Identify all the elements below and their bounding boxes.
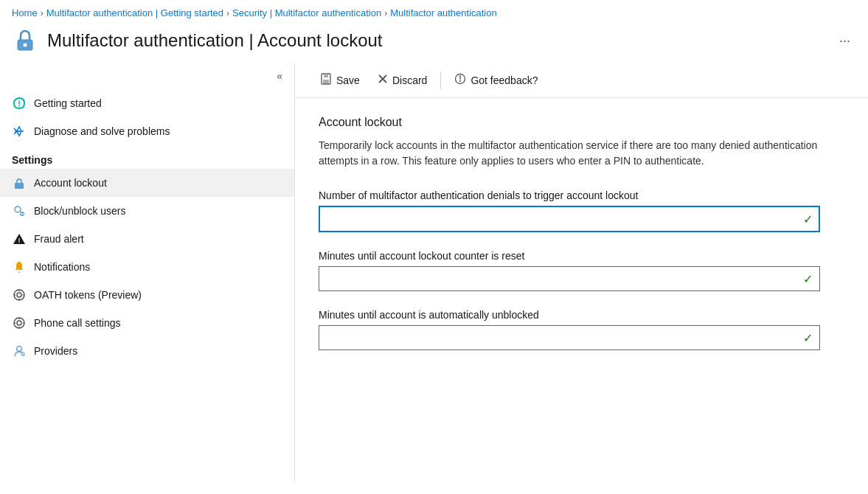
more-options-button[interactable]: ··· — [833, 30, 856, 52]
field-unblock-wrapper: ✓ — [319, 325, 820, 350]
sidebar-item-getting-started[interactable]: Getting started — [0, 89, 294, 117]
content-description: Temporarily lock accounts in the multifa… — [319, 138, 820, 169]
toolbar-divider — [440, 72, 441, 89]
discard-button[interactable]: Discard — [370, 69, 434, 91]
sidebar-item-account-lockout[interactable]: Account lockout — [0, 169, 294, 197]
svg-point-15 — [17, 321, 21, 325]
svg-point-14 — [14, 318, 24, 328]
sidebar-label-providers: Providers — [34, 345, 77, 357]
save-icon — [320, 73, 332, 87]
diagnose-icon — [12, 124, 27, 139]
block-unblock-icon — [12, 203, 27, 218]
discard-icon — [378, 74, 388, 86]
field-denials: Number of multifactor authentication den… — [319, 189, 820, 232]
sidebar-label-getting-started: Getting started — [34, 97, 102, 109]
sidebar-item-notifications[interactable]: Notifications — [0, 253, 294, 281]
field-reset-input[interactable] — [319, 266, 820, 291]
svg-rect-25 — [324, 74, 328, 77]
sidebar-section-settings: Settings — [0, 145, 294, 169]
oath-tokens-icon — [12, 288, 27, 302]
collapse-button[interactable]: « — [274, 69, 285, 83]
breadcrumb-sep-3: › — [384, 8, 387, 18]
sidebar-label-account-lockout: Account lockout — [34, 177, 107, 189]
sidebar-label-notifications: Notifications — [34, 261, 90, 273]
breadcrumb-mfa[interactable]: Multifactor authentication — [390, 7, 497, 18]
feedback-icon — [454, 73, 466, 87]
notifications-icon — [12, 260, 27, 274]
svg-point-3 — [15, 206, 21, 212]
field-reset-counter: Minutes until account lockout counter is… — [319, 250, 820, 291]
sidebar-item-fraud-alert[interactable]: ! Fraud alert — [0, 225, 294, 253]
field-unblock: Minutes until account is automatically u… — [319, 309, 820, 350]
sidebar-item-oath-tokens[interactable]: OATH tokens (Preview) — [0, 281, 294, 309]
main-layout: « Getting started Diagnose and solve pro… — [0, 63, 868, 483]
sidebar-label-oath-tokens: OATH tokens (Preview) — [34, 289, 142, 301]
svg-point-8 — [14, 290, 24, 300]
sidebar-label-diagnose: Diagnose and solve problems — [34, 125, 170, 137]
account-lockout-icon — [12, 175, 27, 190]
page-icon — [12, 27, 38, 54]
save-label: Save — [336, 74, 360, 86]
content-area: Account lockout Temporarily lock account… — [295, 98, 868, 483]
svg-text:!: ! — [18, 237, 21, 244]
main-content: Save Discard Got feedback? Account locko… — [295, 63, 868, 483]
sidebar-item-diagnose[interactable]: Diagnose and solve problems — [0, 117, 294, 145]
svg-rect-2 — [15, 183, 24, 189]
fraud-alert-icon: ! — [12, 232, 27, 246]
feedback-button[interactable]: Got feedback? — [447, 69, 545, 91]
field-unblock-check-icon: ✓ — [803, 331, 813, 345]
breadcrumb-sep-2: › — [226, 8, 229, 18]
providers-icon — [12, 344, 27, 358]
field-unblock-input[interactable] — [319, 325, 820, 350]
sidebar-label-phone-call: Phone call settings — [34, 317, 121, 329]
breadcrumb-sep-1: › — [41, 8, 44, 18]
save-button[interactable]: Save — [313, 69, 367, 91]
content-section-title: Account lockout — [319, 116, 844, 129]
breadcrumb-getting-started[interactable]: Multifactor authentication | Getting sta… — [46, 7, 223, 18]
field-reset-wrapper: ✓ — [319, 266, 820, 291]
feedback-label: Got feedback? — [471, 74, 538, 86]
sidebar-item-block-unblock[interactable]: Block/unblock users — [0, 197, 294, 225]
phone-call-settings-icon — [12, 316, 27, 330]
field-denials-input[interactable] — [319, 206, 820, 232]
discard-label: Discard — [392, 74, 427, 86]
field-denials-wrapper: ✓ — [319, 206, 820, 232]
breadcrumb-home[interactable]: Home — [12, 7, 38, 18]
sidebar-label-block-unblock: Block/unblock users — [34, 205, 126, 217]
sidebar-item-providers[interactable]: Providers — [0, 337, 294, 365]
breadcrumb-security[interactable]: Security | Multifactor authentication — [232, 7, 381, 18]
field-unblock-label: Minutes until account is automatically u… — [319, 309, 820, 321]
field-denials-check-icon: ✓ — [803, 212, 813, 226]
field-denials-label: Number of multifactor authentication den… — [319, 189, 820, 201]
sidebar: « Getting started Diagnose and solve pro… — [0, 63, 295, 483]
breadcrumb: Home › Multifactor authentication | Gett… — [0, 0, 868, 23]
svg-point-20 — [17, 347, 22, 352]
svg-point-9 — [17, 293, 21, 297]
sidebar-collapse[interactable]: « — [0, 66, 294, 89]
toolbar: Save Discard Got feedback? — [295, 63, 868, 98]
svg-rect-26 — [323, 80, 329, 83]
sidebar-label-fraud-alert: Fraud alert — [34, 233, 84, 245]
getting-started-icon — [12, 96, 27, 111]
page-header: Multifactor authentication | Account loc… — [0, 23, 868, 63]
svg-point-1 — [24, 44, 27, 47]
field-reset-label: Minutes until account lockout counter is… — [319, 250, 820, 262]
page-title: Multifactor authentication | Account loc… — [47, 30, 824, 51]
field-reset-check-icon: ✓ — [803, 272, 813, 286]
sidebar-item-phone-call[interactable]: Phone call settings — [0, 309, 294, 337]
